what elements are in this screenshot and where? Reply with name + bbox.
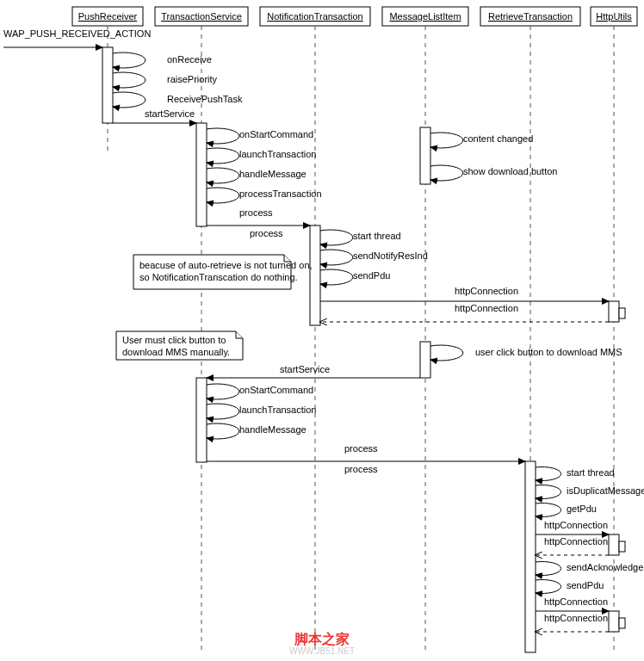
svg-text:content changed: content changed bbox=[463, 133, 533, 144]
activation-ts2 bbox=[196, 378, 207, 462]
self-onreceive bbox=[113, 53, 146, 68]
svg-text:sendAcknowledgeInd: sendAcknowledgeInd bbox=[567, 562, 644, 572]
svg-text:startService: startService bbox=[145, 108, 195, 119]
svg-text:process: process bbox=[344, 464, 378, 474]
svg-text:raisePriority: raisePriority bbox=[167, 74, 218, 84]
self-receivepushtask bbox=[113, 92, 146, 108]
svg-text:NotificationTransaction: NotificationTransaction bbox=[267, 11, 362, 22]
svg-text:TransactionService: TransactionService bbox=[161, 11, 242, 22]
svg-text:MessageListItem: MessageListItem bbox=[389, 11, 461, 22]
watermark-url: WWW.JB51.NET bbox=[289, 646, 355, 656]
actor-httputils: HttpUtils bbox=[591, 7, 637, 654]
svg-text:launchTransaction: launchTransaction bbox=[239, 149, 316, 159]
svg-text:process: process bbox=[344, 443, 378, 454]
svg-rect-38 bbox=[619, 308, 625, 318]
svg-text:isDuplicatMessage: isDuplicatMessage bbox=[567, 485, 644, 496]
watermark-title: 脚本之家 bbox=[294, 631, 350, 646]
svg-text:RetrieveTransaction: RetrieveTransaction bbox=[488, 11, 573, 22]
svg-text:handleMessage: handleMessage bbox=[239, 424, 307, 435]
svg-text:getPdu: getPdu bbox=[567, 503, 597, 514]
svg-text:onStartCommand: onStartCommand bbox=[239, 385, 313, 395]
activation-mli1 bbox=[420, 127, 430, 184]
svg-text:httpConnection: httpConnection bbox=[544, 536, 608, 547]
svg-text:httpConnection: httpConnection bbox=[544, 520, 608, 530]
self-raisepriority bbox=[113, 72, 146, 88]
svg-text:sendPdu: sendPdu bbox=[567, 580, 604, 590]
svg-text:httpConnection: httpConnection bbox=[544, 613, 608, 623]
svg-text:sendNotifyResInd: sendNotifyResInd bbox=[353, 250, 428, 261]
svg-text:user click button to download : user click button to download MMS bbox=[475, 347, 622, 357]
svg-text:onReceive: onReceive bbox=[167, 54, 212, 65]
svg-text:so NotificationTranscation do : so NotificationTranscation do nothing. bbox=[139, 272, 298, 282]
svg-text:httpConnection: httpConnection bbox=[455, 286, 518, 296]
svg-text:launchTransaction: launchTransaction bbox=[239, 405, 316, 415]
svg-text:start thread: start thread bbox=[567, 467, 615, 478]
svg-text:onStartCommand: onStartCommand bbox=[239, 129, 313, 139]
svg-text:User must click button to: User must click button to bbox=[122, 335, 226, 345]
svg-text:HttpUtils: HttpUtils bbox=[596, 11, 632, 22]
actor-messagelistitem: MessageListItem bbox=[382, 7, 468, 654]
svg-text:startService: startService bbox=[280, 364, 330, 374]
svg-rect-63 bbox=[619, 618, 625, 628]
actor-notificationtransaction: NotificationTransaction bbox=[260, 7, 370, 654]
svg-rect-55 bbox=[619, 541, 625, 552]
activation-pushreceiver bbox=[102, 47, 113, 123]
svg-rect-36 bbox=[609, 301, 619, 322]
svg-text:processTransaction: processTransaction bbox=[239, 188, 322, 199]
activation-rt bbox=[525, 461, 536, 652]
activation-ts1 bbox=[196, 123, 207, 226]
svg-text:process: process bbox=[239, 207, 273, 218]
activation-nt bbox=[310, 225, 320, 325]
svg-text:download MMS manually.: download MMS manually. bbox=[122, 347, 230, 357]
svg-rect-61 bbox=[609, 611, 619, 632]
svg-text:beacuse of auto-retrieve is no: beacuse of auto-retrieve is not turned o… bbox=[139, 260, 313, 270]
svg-text:show download button: show download button bbox=[463, 166, 557, 176]
activation-mli2 bbox=[420, 342, 430, 378]
svg-text:process: process bbox=[250, 228, 283, 238]
trigger-label: WAP_PUSH_RECEIVED_ACTION bbox=[3, 28, 151, 39]
svg-text:ReceivePushTask: ReceivePushTask bbox=[167, 94, 243, 104]
svg-rect-53 bbox=[609, 534, 619, 555]
note-autoretrieve: beacuse of auto-retrieve is not turned o… bbox=[133, 255, 313, 289]
note-manual: User must click button to download MMS m… bbox=[116, 331, 243, 360]
svg-text:PushReceiver: PushReceiver bbox=[78, 11, 138, 22]
svg-text:httpConnection: httpConnection bbox=[544, 596, 608, 607]
svg-text:httpConnection: httpConnection bbox=[455, 303, 518, 313]
svg-text:sendPdu: sendPdu bbox=[353, 270, 390, 281]
sequence-diagram: PushReceiver TransactionService Notifica… bbox=[0, 0, 644, 661]
svg-text:start thread: start thread bbox=[353, 231, 401, 241]
svg-text:handleMessage: handleMessage bbox=[239, 169, 307, 179]
